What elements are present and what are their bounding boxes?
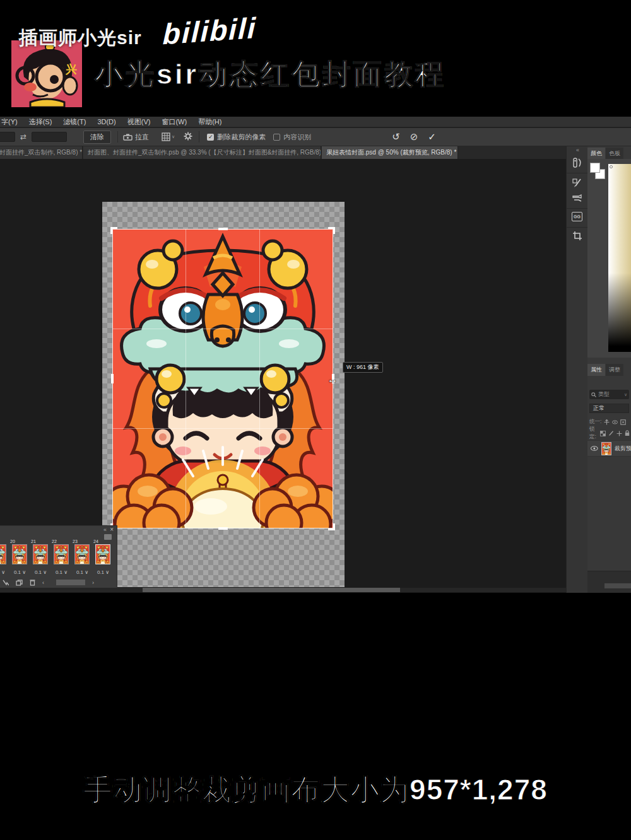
- blend-mode-select[interactable]: 正常: [589, 404, 629, 413]
- menu-3d[interactable]: 3D(D): [97, 118, 115, 125]
- clear-button[interactable]: 清除: [83, 131, 111, 144]
- crop-handle-top[interactable]: [218, 228, 228, 230]
- horizontal-scrollbar[interactable]: [0, 588, 566, 592]
- tab-color[interactable]: 颜色: [587, 148, 605, 160]
- svg-text:兴: 兴: [65, 62, 77, 76]
- menu-select[interactable]: 选择(S): [29, 117, 52, 127]
- frame-item[interactable]: 22 0.1 ∨: [51, 540, 72, 576]
- close-icon[interactable]: ×: [110, 526, 114, 533]
- frame-thumbnail: [95, 544, 110, 564]
- crop-grid-line: [112, 329, 333, 329]
- frame-item-selected[interactable]: 24 0.1 ∨: [93, 540, 114, 576]
- checkbox-unchecked-icon[interactable]: [273, 134, 280, 141]
- color-gradient-picker[interactable]: [608, 164, 631, 352]
- unify-position-icon[interactable]: [604, 419, 610, 425]
- color-panel-body: [587, 159, 631, 358]
- crop-handle-top-left[interactable]: [110, 227, 117, 234]
- crop-handle-left[interactable]: [111, 374, 114, 383]
- tab-adjustments[interactable]: 调整: [606, 364, 623, 376]
- lock-position-icon[interactable]: [616, 431, 622, 436]
- panel-menu-icon[interactable]: [104, 534, 112, 540]
- frame-delay[interactable]: 0.1 ∨: [72, 569, 93, 575]
- canvas-area[interactable]: W : 961 像素 ↔ « × 19 0.1 ∨: [0, 159, 566, 593]
- straighten-button[interactable]: 拉直: [123, 132, 149, 142]
- timeline-scrollbar-thumb[interactable]: [56, 580, 85, 585]
- unify-style-icon[interactable]: [620, 419, 626, 425]
- collapse-panel-icon[interactable]: «: [103, 527, 105, 533]
- chevron-down-icon: ∨: [64, 569, 68, 575]
- menu-view[interactable]: 视图(V): [127, 117, 151, 127]
- crop-panel-icon[interactable]: [572, 231, 582, 241]
- right-panels: 颜色 色板 属性 调整: [587, 146, 631, 593]
- duplicate-frame-icon[interactable]: [16, 580, 23, 586]
- frame-delay[interactable]: 0.1 ∨: [0, 569, 9, 575]
- layer-filter-field[interactable]: 类型 ∨: [589, 390, 629, 399]
- layer-visibility-eye-icon[interactable]: [591, 446, 598, 451]
- frame-delay[interactable]: 0.1 ∨: [93, 569, 114, 575]
- crop-height-field[interactable]: [32, 132, 67, 142]
- foreground-color-swatch[interactable]: [590, 163, 600, 173]
- timeline-controls: ‹ ›: [3, 578, 115, 586]
- frame-delay[interactable]: 0.1 ∨: [9, 569, 30, 575]
- frame-item[interactable]: 21 0.1 ∨: [30, 540, 51, 576]
- brushes-panel-icon[interactable]: [572, 193, 582, 203]
- reset-crop-icon[interactable]: ↺: [392, 131, 400, 143]
- scrollbar-thumb[interactable]: [143, 588, 400, 592]
- swap-dimensions-icon[interactable]: ⇄: [20, 132, 27, 141]
- menu-window[interactable]: 窗口(W): [162, 117, 187, 127]
- lock-all-icon[interactable]: [625, 430, 630, 436]
- menu-type[interactable]: 字(Y): [1, 117, 18, 127]
- adjustments-panel-icon[interactable]: [572, 158, 582, 168]
- overlay-options-button[interactable]: ∨: [162, 132, 175, 141]
- brush-settings-panel-icon[interactable]: [572, 178, 582, 188]
- commit-crop-icon[interactable]: ✓: [428, 131, 436, 143]
- frame-delay[interactable]: 0.1 ∨: [51, 569, 72, 575]
- frame-item[interactable]: 20 0.1 ∨: [9, 540, 30, 576]
- checkbox-checked-icon[interactable]: ✓: [207, 134, 214, 141]
- crop-handle-bottom-right[interactable]: [328, 523, 335, 530]
- chevron-down-icon: ∨: [105, 569, 109, 575]
- crop-preview[interactable]: [112, 229, 333, 528]
- crop-settings-button[interactable]: [184, 132, 192, 142]
- lock-transparency-icon[interactable]: [600, 431, 606, 436]
- photoshop-window: 字(Y) 选择(S) 滤镜(T) 3D(D) 视图(V) 窗口(W) 帮助(H)…: [0, 117, 631, 593]
- scroll-right-icon[interactable]: ›: [92, 580, 94, 586]
- crop-handle-bottom[interactable]: [218, 527, 228, 530]
- chevron-down-icon: ∨: [22, 569, 26, 575]
- frame-thumbnail: [0, 544, 6, 564]
- collapse-panels-icon[interactable]: «: [567, 147, 587, 153]
- content-aware-option[interactable]: 内容识别: [273, 132, 311, 142]
- frame-delay[interactable]: 0.1 ∨: [30, 569, 51, 575]
- unify-row: 统一:: [589, 417, 630, 426]
- tab-properties[interactable]: 属性: [587, 364, 605, 376]
- panel-icon-strip: « GG: [566, 146, 587, 593]
- frame-item[interactable]: 19 0.1 ∨: [0, 540, 9, 576]
- divider: [199, 131, 199, 143]
- crop-handle-top-right[interactable]: [328, 227, 335, 234]
- chevron-down-icon: ∨: [172, 134, 175, 139]
- crop-grid-line: [112, 428, 333, 429]
- unify-visibility-icon[interactable]: [612, 419, 618, 425]
- menu-help[interactable]: 帮助(H): [198, 117, 221, 127]
- cancel-crop-icon[interactable]: ⊘: [410, 131, 418, 143]
- artist-name: 插画师小光sir: [19, 25, 142, 51]
- stock-panel-icon[interactable]: GG: [572, 212, 582, 221]
- frame-thumbnail: [54, 544, 69, 564]
- crop-grid-line: [186, 229, 186, 528]
- layer-name: 裁剪预: [615, 445, 631, 453]
- menu-filter[interactable]: 滤镜(T): [63, 117, 86, 127]
- grid-overlay-icon: [162, 132, 170, 141]
- delete-cropped-pixels-option[interactable]: ✓ 删除裁剪的像素: [207, 132, 266, 142]
- lock-pixels-icon[interactable]: [608, 431, 614, 436]
- frame-thumbnail: [74, 544, 90, 564]
- crop-width-field[interactable]: [0, 132, 15, 142]
- panel-scrollbar-thumb[interactable]: [604, 583, 631, 588]
- delete-frame-icon[interactable]: [30, 579, 35, 586]
- frame-item[interactable]: 23 0.1 ∨: [72, 540, 93, 576]
- tween-icon[interactable]: [3, 580, 9, 586]
- layer-row[interactable]: 裁剪预: [587, 440, 631, 457]
- scroll-left-icon[interactable]: ‹: [42, 580, 44, 586]
- tab-swatches[interactable]: 色板: [606, 148, 623, 160]
- straighten-icon: [123, 134, 133, 141]
- divider: [117, 131, 118, 143]
